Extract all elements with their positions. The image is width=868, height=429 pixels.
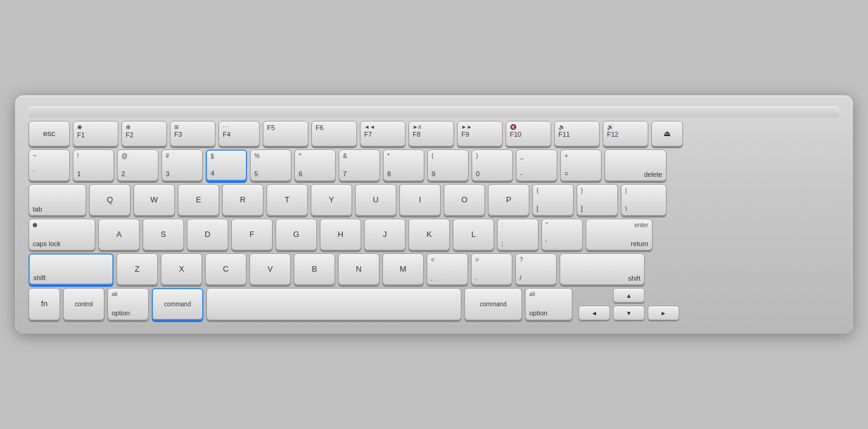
keyboard-top-bar	[29, 106, 839, 117]
key-f5[interactable]: F5	[263, 121, 308, 146]
key-c[interactable]: C	[205, 253, 246, 285]
key-enter[interactable]: enter return	[586, 219, 653, 250]
key-lbracket[interactable]: { [	[532, 184, 574, 216]
capslock-led	[33, 223, 37, 227]
key-i[interactable]: I	[399, 184, 441, 216]
key-5[interactable]: % 5	[250, 149, 291, 181]
key-f7[interactable]: ◄◄ F7	[360, 121, 405, 146]
function-row: esc ✺ F1 ✻ F2 ⊞ F3	[29, 121, 839, 146]
key-equal[interactable]: + =	[560, 149, 602, 181]
key-m[interactable]: M	[382, 253, 424, 285]
key-n[interactable]: N	[338, 253, 379, 285]
arrow-cluster: ▲ ◄ ▼ ►	[578, 288, 679, 320]
key-g[interactable]: G	[276, 219, 317, 250]
key-option-left[interactable]: alt option	[107, 288, 149, 320]
key-q[interactable]: Q	[89, 184, 131, 216]
key-f8[interactable]: ►II F8	[409, 121, 454, 146]
key-o[interactable]: O	[444, 184, 485, 216]
key-r[interactable]: R	[222, 184, 263, 216]
key-delete[interactable]: delete	[605, 149, 666, 181]
key-esc[interactable]: esc	[29, 121, 70, 146]
key-quote[interactable]: " '	[541, 219, 583, 250]
key-rows: esc ✺ F1 ✻ F2 ⊞ F3	[29, 121, 839, 320]
arrow-lr-row: ◄ ▼ ►	[578, 306, 679, 320]
key-4[interactable]: $ 4	[206, 149, 247, 181]
key-s[interactable]: S	[143, 219, 184, 250]
key-period[interactable]: > .	[471, 253, 512, 285]
key-rbracket[interactable]: } ]	[577, 184, 618, 216]
key-backslash[interactable]: | \	[621, 184, 666, 216]
key-semicolon[interactable]: : ;	[497, 219, 538, 250]
key-f3[interactable]: ⊞ F3	[170, 121, 215, 146]
zxcv-row: shift Z X C V B N M < , > . ? / shift	[29, 253, 839, 285]
key-f12[interactable]: 🔊 F12	[603, 121, 648, 146]
key-e[interactable]: E	[178, 184, 219, 216]
key-9[interactable]: ( 9	[427, 149, 469, 181]
key-0[interactable]: ) 0	[472, 149, 513, 181]
key-option-right[interactable]: alt option	[525, 288, 572, 320]
key-p[interactable]: P	[488, 184, 529, 216]
key-j[interactable]: J	[364, 219, 405, 250]
key-8[interactable]: * 8	[383, 149, 424, 181]
key-d[interactable]: D	[187, 219, 228, 250]
key-6[interactable]: ^ 6	[294, 149, 336, 181]
key-1[interactable]: ! 1	[73, 149, 114, 181]
qwerty-row: tab Q W E R T Y U I O P { [ } ] | \	[29, 184, 839, 216]
key-f4[interactable]: ⋯ F4	[219, 121, 260, 146]
key-minus[interactable]: _ -	[516, 149, 557, 181]
arrow-up-row: ▲	[578, 288, 679, 303]
key-a[interactable]: A	[98, 219, 140, 250]
key-tilde[interactable]: ~ `	[29, 149, 70, 181]
key-tab[interactable]: tab	[29, 184, 86, 216]
key-slash[interactable]: ? /	[515, 253, 557, 285]
key-command-right[interactable]: command	[464, 288, 522, 320]
key-arrow-right[interactable]: ►	[648, 306, 679, 320]
key-w[interactable]: W	[134, 184, 175, 216]
key-shift-left[interactable]: shift	[29, 253, 114, 285]
key-h[interactable]: H	[320, 219, 361, 250]
asdf-row: caps lock A S D F G H J K L : ; " ' ente…	[29, 219, 839, 250]
key-y[interactable]: Y	[311, 184, 352, 216]
key-k[interactable]: K	[409, 219, 450, 250]
key-shift-right[interactable]: shift	[560, 253, 645, 285]
key-capslock[interactable]: caps lock	[29, 219, 95, 250]
bottom-row: fn control alt option command command al…	[29, 288, 839, 320]
key-f2[interactable]: ✻ F2	[121, 121, 167, 146]
key-2[interactable]: @ 2	[117, 149, 158, 181]
key-arrow-down[interactable]: ▼	[613, 306, 645, 320]
key-arrow-left[interactable]: ◄	[578, 306, 610, 320]
key-l[interactable]: L	[453, 219, 494, 250]
key-u[interactable]: U	[355, 184, 396, 216]
key-control[interactable]: control	[63, 288, 104, 320]
key-t[interactable]: T	[266, 184, 308, 216]
key-7[interactable]: & 7	[339, 149, 380, 181]
key-x[interactable]: X	[161, 253, 202, 285]
key-v[interactable]: V	[249, 253, 291, 285]
key-f1[interactable]: ✺ F1	[73, 121, 118, 146]
key-fn[interactable]: fn	[29, 288, 60, 320]
key-z[interactable]: Z	[117, 253, 158, 285]
number-row: ~ ` ! 1 @ 2 # 3 $ 4 % 5	[29, 149, 839, 181]
key-f9[interactable]: ►► F9	[457, 121, 503, 146]
key-command-left[interactable]: command	[152, 288, 203, 320]
key-3[interactable]: # 3	[161, 149, 203, 181]
key-b[interactable]: B	[294, 253, 335, 285]
key-arrow-up[interactable]: ▲	[613, 288, 645, 303]
key-comma[interactable]: < ,	[427, 253, 468, 285]
key-space[interactable]	[206, 288, 461, 320]
key-f10[interactable]: 🔇 F10	[506, 121, 551, 146]
key-f6[interactable]: F6	[311, 121, 357, 146]
key-f11[interactable]: 🔉 F11	[554, 121, 600, 146]
key-eject[interactable]: ⏏	[651, 121, 683, 146]
keyboard: esc ✺ F1 ✻ F2 ⊞ F3	[15, 95, 853, 334]
key-f[interactable]: F	[231, 219, 273, 250]
